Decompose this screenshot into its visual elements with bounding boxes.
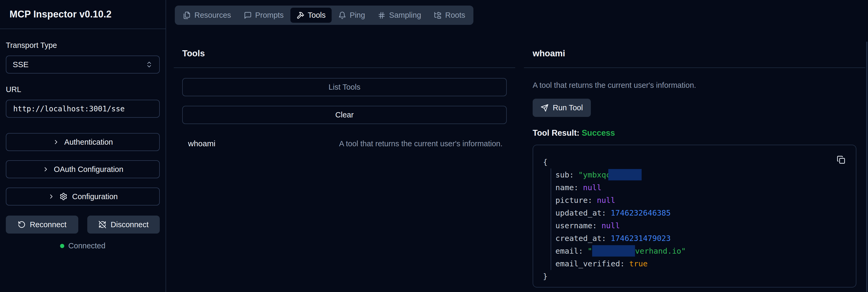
json-body: sub:"ymbxqc name:null picture:null updat… <box>551 168 856 270</box>
content: Tools List Tools Clear whoami A tool tha… <box>166 25 868 292</box>
reconnect-button[interactable]: Reconnect <box>6 216 78 233</box>
tab-list: Resources Prompts Tools Ping Sampling <box>175 5 473 25</box>
json-line-sub: sub:"ymbxqc <box>555 168 856 181</box>
tool-list-item-whoami[interactable]: whoami A tool that returns the current u… <box>182 139 507 148</box>
transport-select[interactable]: SSE <box>6 56 160 73</box>
detail-panel-body: A tool that returns the current user's i… <box>524 68 865 288</box>
tab-prompts[interactable]: Prompts <box>238 8 290 23</box>
tab-label: Sampling <box>389 11 421 20</box>
send-icon <box>540 104 549 112</box>
mcp-inspector-app: MCP Inspector v0.10.2 Transport Type SSE… <box>0 0 868 292</box>
tab-label: Tools <box>308 11 326 20</box>
status-dot <box>60 244 64 248</box>
authentication-button[interactable]: Authentication <box>6 133 160 151</box>
rotate-ccw-icon <box>18 221 26 229</box>
oauth-configuration-label: OAuth Configuration <box>54 165 124 174</box>
tab-resources[interactable]: Resources <box>177 8 237 23</box>
tool-description: A tool that returns the current user's i… <box>339 139 502 148</box>
json-line-email-verified: email_verified:true <box>555 257 856 270</box>
app-title: MCP Inspector v0.10.2 <box>9 9 112 20</box>
refresh-off-icon <box>98 221 106 229</box>
run-tool-label: Run Tool <box>553 103 583 112</box>
disconnect-button[interactable]: Disconnect <box>87 216 160 233</box>
tool-result-json: { sub:"ymbxqc name:null picture:null upd… <box>533 145 856 288</box>
redaction-overlay <box>592 245 635 257</box>
sidebar: MCP Inspector v0.10.2 Transport Type SSE… <box>0 0 166 292</box>
gear-icon <box>60 193 67 200</box>
tools-panel-title: Tools <box>182 48 515 59</box>
hammer-icon <box>297 11 304 19</box>
topbar: Resources Prompts Tools Ping Sampling <box>166 0 868 25</box>
tool-result-line: Tool Result: Success <box>533 128 865 138</box>
chevron-right-icon <box>42 166 49 173</box>
detail-panel-title: whoami <box>533 48 865 59</box>
files-icon <box>183 11 191 19</box>
reconnect-label: Reconnect <box>30 220 67 229</box>
url-label: URL <box>6 85 160 94</box>
oauth-configuration-button[interactable]: OAuth Configuration <box>6 160 160 178</box>
json-line-username: username:null <box>555 219 856 232</box>
redaction-overlay <box>608 169 642 181</box>
connection-status: Connected <box>6 241 160 250</box>
transport-select-value: SSE <box>13 60 29 69</box>
result-label: Tool Result: <box>533 128 580 137</box>
folder-tree-icon <box>434 11 442 19</box>
json-line-email: email:"verhand.io" <box>555 245 856 257</box>
json-open-brace: { <box>543 158 548 167</box>
hash-icon <box>378 11 385 19</box>
sidebar-header: MCP Inspector v0.10.2 <box>0 0 165 29</box>
run-tool-button[interactable]: Run Tool <box>533 99 591 117</box>
authentication-label: Authentication <box>64 138 113 147</box>
copy-icon[interactable] <box>836 155 846 165</box>
tool-name: whoami <box>188 139 215 148</box>
chevron-right-icon <box>53 139 60 145</box>
chevrons-up-down-icon <box>146 61 153 68</box>
json-close-brace: } <box>543 272 548 281</box>
message-square-icon <box>244 11 252 19</box>
configuration-button[interactable]: Configuration <box>6 188 160 205</box>
tools-panel: Tools List Tools Clear whoami A tool tha… <box>174 48 515 292</box>
chevron-right-icon <box>48 193 55 200</box>
tab-ping[interactable]: Ping <box>332 8 371 23</box>
main-area: Resources Prompts Tools Ping Sampling <box>166 0 868 292</box>
connection-actions: Reconnect Disconnect <box>6 216 160 233</box>
vertical-scrollbar[interactable] <box>866 41 867 292</box>
tab-label: Roots <box>445 11 465 20</box>
json-line-picture: picture:null <box>555 194 856 206</box>
sidebar-body: Transport Type SSE URL Authentication OA… <box>0 29 165 250</box>
tab-label: Prompts <box>255 11 284 20</box>
tool-detail-panel: whoami A tool that returns the current u… <box>524 48 865 292</box>
json-close-brace-line: } <box>543 270 856 283</box>
tool-detail-description: A tool that returns the current user's i… <box>533 81 865 90</box>
tab-label: Resources <box>194 11 231 20</box>
json-line-updated-at: updated_at:1746232646385 <box>555 206 856 219</box>
json-open-brace-line: { <box>543 156 856 168</box>
disconnect-label: Disconnect <box>111 220 148 229</box>
transport-type-label: Transport Type <box>6 41 160 50</box>
list-tools-button[interactable]: List Tools <box>182 78 507 96</box>
tools-panel-body: List Tools Clear whoami A tool that retu… <box>174 68 515 148</box>
configuration-label: Configuration <box>72 192 118 201</box>
status-label: Connected <box>68 241 105 250</box>
bell-icon <box>338 11 346 19</box>
tab-tools[interactable]: Tools <box>290 8 332 23</box>
json-line-name: name:null <box>555 181 856 194</box>
tab-sampling[interactable]: Sampling <box>372 8 427 23</box>
json-line-created-at: created_at:1746231479023 <box>555 232 856 245</box>
tab-roots[interactable]: Roots <box>428 8 471 23</box>
url-input[interactable] <box>6 100 160 118</box>
tab-label: Ping <box>350 11 365 20</box>
result-status: Success <box>582 128 615 137</box>
clear-button[interactable]: Clear <box>182 106 507 124</box>
